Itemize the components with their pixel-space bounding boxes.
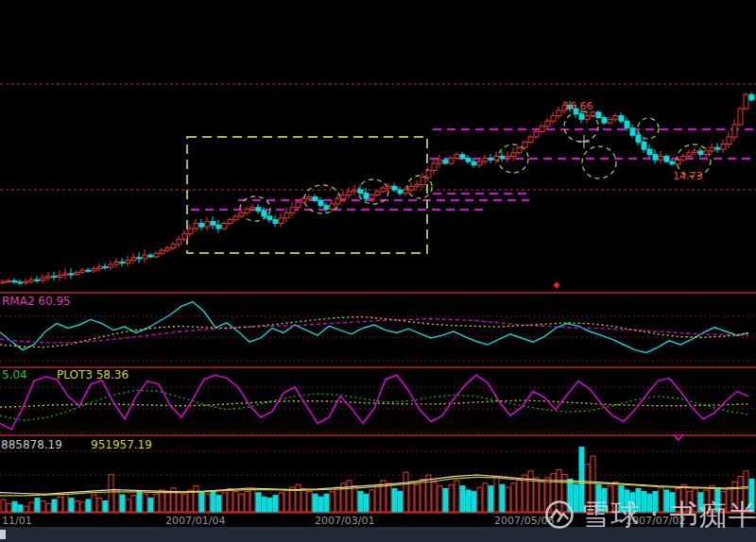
pane1-indicator-label: RMA2 60.95 <box>2 296 71 307</box>
axis-date-label: 2007/05/08 <box>494 516 554 526</box>
date-axis: 11/012007/01/042007/03/012007/05/082007/… <box>0 514 756 527</box>
pane2-value-label: 5.04 <box>2 369 27 381</box>
volume-value-label: 885878.19 <box>1 439 62 450</box>
low-price-label: 14.73 <box>673 171 703 182</box>
axis-date-label: 11/01 <box>2 516 32 526</box>
pane2-indicator-label: PLOT3 58.36 <box>57 369 129 381</box>
axis-date-label: 2007/07/02 <box>626 516 685 526</box>
axis-date-label: 2007/01/04 <box>165 516 225 526</box>
stock-chart-window: RMA2 60.95 5.04 PLOT3 58.36 885878.19 95… <box>0 0 756 542</box>
high-price-label: 16.66 <box>563 101 593 112</box>
chart-canvas[interactable] <box>0 0 756 542</box>
volume-value2-label: 951957.19 <box>91 439 152 450</box>
scrollbar-thumb[interactable] <box>0 530 6 539</box>
axis-date-label: 2007/03/01 <box>315 516 374 526</box>
bottom-scrollbar[interactable] <box>0 527 756 542</box>
